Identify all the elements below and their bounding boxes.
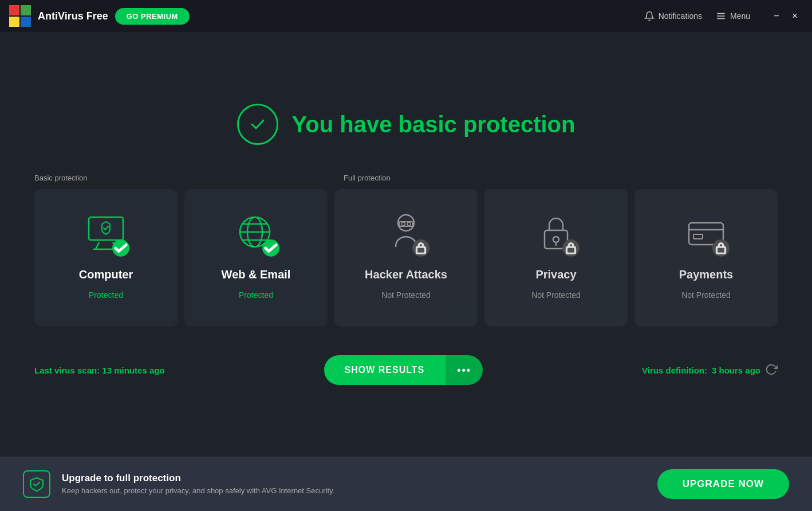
close-button[interactable]: ×	[787, 8, 803, 24]
payments-card-status: Not Protected	[681, 290, 731, 300]
hacker-icon-container	[380, 207, 432, 259]
virus-prefix: Virus definition:	[642, 365, 707, 375]
notifications-button[interactable]: Notifications	[644, 11, 702, 21]
main-content: You have basic protection Basic protecti…	[0, 32, 812, 457]
refresh-svg	[765, 363, 778, 376]
status-circle	[237, 104, 278, 145]
card-payments[interactable]: Payments Not Protected	[634, 189, 778, 327]
hacker-card-status: Not Protected	[381, 290, 431, 300]
card-web-email[interactable]: Web & Email Protected	[184, 189, 328, 327]
web-card-status: Protected	[239, 290, 273, 300]
svg-line-8	[96, 242, 99, 249]
svg-rect-27	[693, 234, 703, 239]
app-title: AntiVirus Free	[38, 10, 108, 22]
scan-time: 13 minutes ago	[102, 365, 164, 375]
go-premium-button[interactable]: GO PREMIUM	[115, 8, 190, 25]
minimize-button[interactable]: −	[768, 8, 785, 24]
payments-icon-container	[680, 207, 732, 259]
status-header: You have basic protection	[237, 104, 576, 145]
svg-point-22	[553, 237, 559, 242]
web-check-icon	[262, 225, 279, 271]
more-button[interactable]: •••	[445, 355, 483, 385]
svg-rect-1	[21, 5, 31, 15]
virus-definition: Virus definition: 3 hours ago	[642, 363, 778, 378]
cards-section: Basic protection Full protection	[34, 174, 778, 327]
hacker-badge	[412, 239, 429, 257]
full-protection-label: Full protection	[344, 174, 778, 182]
privacy-lock-icon	[562, 225, 580, 271]
status-highlight: basic protection	[399, 112, 576, 137]
svg-rect-20	[417, 247, 425, 253]
cards-row: Computer Protected	[34, 189, 778, 327]
svg-rect-2	[9, 17, 19, 27]
scan-prefix: Last virus scan:	[34, 365, 102, 375]
svg-point-18	[401, 222, 405, 226]
menu-label: Menu	[730, 11, 750, 21]
titlebar-left: AntiVirus Free GO PREMIUM	[9, 5, 190, 27]
card-computer[interactable]: Computer Protected	[34, 189, 178, 327]
web-icon-container	[230, 207, 282, 259]
privacy-card-status: Not Protected	[531, 290, 581, 300]
web-badge	[262, 239, 279, 257]
svg-rect-3	[21, 17, 31, 27]
avg-logo	[9, 5, 31, 27]
basic-protection-label: Basic protection	[34, 174, 344, 182]
footer-title: Upgrade to full protection	[62, 473, 334, 484]
computer-check-icon	[112, 225, 129, 271]
scan-actions: SHOW RESULTS •••	[324, 355, 483, 385]
footer-banner: Upgrade to full protection Keep hackers …	[0, 457, 812, 511]
privacy-icon-container	[530, 207, 582, 259]
cards-labels: Basic protection Full protection	[34, 174, 778, 182]
svg-point-19	[407, 222, 411, 226]
notifications-label: Notifications	[659, 11, 702, 21]
footer-subtitle: Keep hackers out, protect your privacy, …	[62, 486, 334, 495]
shield-icon	[29, 476, 45, 492]
privacy-badge	[562, 239, 580, 257]
web-card-name: Web & Email	[222, 268, 291, 281]
scan-info: Last virus scan: 13 minutes ago	[34, 365, 165, 375]
svg-rect-24	[567, 247, 576, 253]
upgrade-now-button[interactable]: UPGRADE NOW	[657, 469, 789, 499]
bottom-bar: Last virus scan: 13 minutes ago SHOW RES…	[34, 355, 778, 385]
window-controls: − ×	[768, 8, 803, 24]
footer-text: Upgrade to full protection Keep hackers …	[62, 473, 334, 495]
menu-button[interactable]: Menu	[716, 11, 750, 21]
svg-rect-28	[717, 247, 726, 253]
checkmark-icon	[247, 114, 268, 135]
payments-badge	[712, 239, 730, 257]
status-text: You have basic protection	[292, 112, 576, 137]
card-hacker-attacks[interactable]: Hacker Attacks Not Protected	[334, 189, 478, 327]
card-privacy[interactable]: Privacy Not Protected	[484, 189, 628, 327]
svg-rect-0	[9, 5, 19, 15]
payments-lock-icon	[712, 225, 730, 271]
status-prefix: You have	[292, 112, 399, 137]
show-results-button[interactable]: SHOW RESULTS	[324, 355, 446, 385]
titlebar-right: Notifications Menu − ×	[644, 8, 803, 24]
footer-shield-icon	[23, 470, 50, 498]
bell-icon	[644, 11, 655, 21]
computer-icon-container	[80, 207, 132, 259]
lock-icon	[412, 225, 429, 271]
refresh-icon[interactable]	[765, 363, 778, 378]
computer-badge	[112, 239, 129, 257]
hacker-card-name: Hacker Attacks	[365, 268, 447, 281]
footer-left: Upgrade to full protection Keep hackers …	[23, 470, 334, 498]
computer-card-status: Protected	[89, 290, 123, 300]
virus-time: 3 hours ago	[712, 365, 760, 375]
titlebar: AntiVirus Free GO PREMIUM Notifications …	[0, 0, 812, 32]
menu-icon	[716, 11, 726, 21]
